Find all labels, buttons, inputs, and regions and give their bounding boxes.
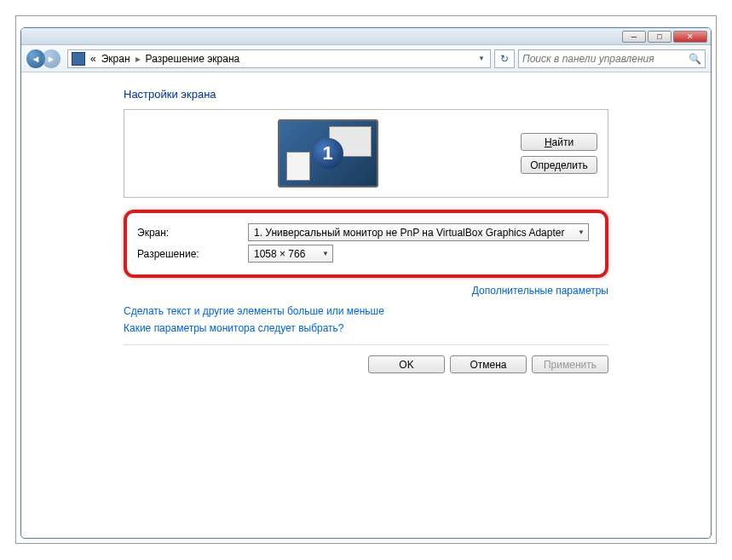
find-button[interactable]: Найти xyxy=(521,133,597,151)
breadcrumb-level-2[interactable]: Разрешение экрана xyxy=(146,53,240,65)
content-area: Настройки экрана 1 Найти Определить Экра… xyxy=(21,72,711,373)
resolution-label: Разрешение: xyxy=(137,248,248,260)
advanced-link-row: Дополнительные параметры xyxy=(124,285,608,297)
display-value: 1. Универсальный монитор не PnP на Virtu… xyxy=(254,227,564,239)
chevron-down-icon: ▼ xyxy=(578,228,585,236)
display-label: Экран: xyxy=(137,227,248,239)
display-preview[interactable]: 1 xyxy=(135,119,521,188)
monitor-number-badge: 1 xyxy=(313,138,343,169)
search-input[interactable] xyxy=(522,53,689,65)
breadcrumb-level-1[interactable]: Экран xyxy=(101,53,130,65)
preview-buttons: Найти Определить xyxy=(521,133,597,174)
maximize-button[interactable]: □ xyxy=(648,31,671,43)
cancel-button[interactable]: Отмена xyxy=(450,355,527,373)
which-settings-link[interactable]: Какие параметры монитора следует выбрать… xyxy=(124,322,344,334)
monitor-thumbnail[interactable]: 1 xyxy=(278,119,378,188)
ok-button[interactable]: OK xyxy=(368,355,445,373)
address-bar[interactable]: « Экран ▸ Разрешение экрана ▼ xyxy=(67,49,491,68)
highlighted-settings: Экран: 1. Универсальный монитор не PnP н… xyxy=(124,210,608,278)
display-preview-box: 1 Найти Определить xyxy=(124,109,608,198)
text-size-link[interactable]: Сделать текст и другие элементы больше и… xyxy=(124,305,384,317)
breadcrumb-separator-icon: ▸ xyxy=(135,53,141,65)
divider xyxy=(124,344,608,345)
titlebar: ─ □ ✕ xyxy=(21,28,711,45)
display-field-row: Экран: 1. Универсальный монитор не PnP н… xyxy=(137,223,595,241)
detect-button[interactable]: Определить xyxy=(521,156,597,174)
display-dropdown[interactable]: 1. Универсальный монитор не PnP на Virtu… xyxy=(248,223,589,241)
forward-button[interactable]: ► xyxy=(42,49,61,68)
close-button[interactable]: ✕ xyxy=(673,31,707,43)
apply-button[interactable]: Применить xyxy=(532,355,608,373)
advanced-settings-link[interactable]: Дополнительные параметры xyxy=(472,285,608,297)
monitor-window-icon-2 xyxy=(286,152,310,181)
navigation-bar: ◄ ► « Экран ▸ Разрешение экрана ▼ ↻ 🔍 xyxy=(21,45,711,72)
minimize-button[interactable]: ─ xyxy=(622,31,646,43)
refresh-button[interactable]: ↻ xyxy=(494,49,515,68)
control-panel-icon xyxy=(72,52,85,66)
address-dropdown-icon[interactable]: ▼ xyxy=(476,53,487,64)
search-box[interactable]: 🔍 xyxy=(518,49,706,68)
page-title: Настройки экрана xyxy=(124,88,608,101)
resolution-value: 1058 × 766 xyxy=(254,248,305,260)
window: ─ □ ✕ ◄ ► « Экран ▸ Разрешение экрана ▼ … xyxy=(20,27,712,539)
resolution-dropdown[interactable]: 1058 × 766 ▼ xyxy=(248,245,333,263)
breadcrumb-prefix: « xyxy=(90,53,96,65)
chevron-down-icon: ▼ xyxy=(322,250,329,257)
resolution-field-row: Разрешение: 1058 × 766 ▼ xyxy=(137,245,595,263)
dialog-buttons: OK Отмена Применить xyxy=(124,355,608,373)
nav-buttons: ◄ ► xyxy=(26,48,64,70)
search-icon[interactable]: 🔍 xyxy=(689,53,701,65)
